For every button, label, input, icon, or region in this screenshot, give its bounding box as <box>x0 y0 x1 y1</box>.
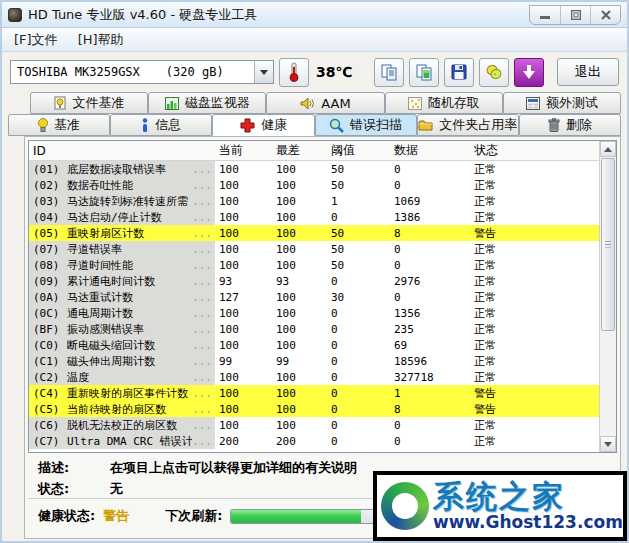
update-button[interactable] <box>514 58 544 87</box>
hd-tune-window: HD Tune 专业版 v4.60 - 硬盘专业工具 [F]文件 [H]帮助 T… <box>0 0 629 543</box>
menu-file[interactable]: [F]文件 <box>14 31 58 49</box>
table-row[interactable]: (C4)重新映射的扇区事件计数...10010001警告 <box>29 385 599 401</box>
donate-button[interactable] <box>479 58 509 87</box>
data-cell: 1 <box>390 385 470 401</box>
threshold-cell: 0 <box>327 337 390 353</box>
tab-random-access[interactable]: 随机存取 <box>385 92 503 114</box>
header-current[interactable]: 当前 <box>215 142 272 159</box>
table-body: (01)底层数据读取错误率...100100500正常(02)数据吞吐性能...… <box>29 161 599 449</box>
scroll-down-button[interactable] <box>600 436 616 452</box>
tab-folder-usage[interactable]: 文件夹占用率 <box>417 114 519 136</box>
next-refresh-label: 下次刷新: <box>165 507 222 525</box>
table-header: ID 当前 最差 阈值 数据 状态 <box>29 141 599 161</box>
temperature-button[interactable] <box>279 58 309 87</box>
worst-cell: 93 <box>272 273 327 289</box>
table-row[interactable]: (C5)当前待映射的扇区数...10010008警告 <box>29 401 599 417</box>
app-icon <box>8 8 22 22</box>
current-cell: 100 <box>215 241 272 257</box>
window-controls <box>529 5 621 25</box>
tab-label: 信息 <box>155 116 181 134</box>
header-data[interactable]: 数据 <box>390 142 470 159</box>
tab-info[interactable]: 信息 <box>110 114 212 136</box>
header-threshold[interactable]: 阈值 <box>327 142 390 159</box>
status-cell: 正常 <box>470 193 599 209</box>
table-row[interactable]: (08)寻道时间性能...100100500正常 <box>29 257 599 273</box>
worst-cell: 100 <box>272 369 327 385</box>
save-icon <box>450 63 468 81</box>
health-status-label: 健康状态: <box>38 507 95 525</box>
data-cell: 0 <box>390 257 470 273</box>
trash-icon <box>548 118 560 132</box>
maximize-button[interactable] <box>560 6 590 24</box>
data-cell: 0 <box>390 241 470 257</box>
tab-disk-monitor[interactable]: 磁盘监视器 <box>148 92 266 114</box>
scroll-up-button[interactable] <box>600 141 616 157</box>
tab-row-2: 基准 信息 健康 错误扫描 文件夹占用率 删除 <box>8 114 621 136</box>
tab-erase[interactable]: 删除 <box>519 114 621 136</box>
worst-cell: 100 <box>272 161 327 177</box>
file-benchmark-icon <box>54 96 67 110</box>
table-row[interactable]: (09)累计通电时间计数...939302976正常 <box>29 273 599 289</box>
data-cell: 1356 <box>390 305 470 321</box>
download-arrow-icon <box>522 64 536 80</box>
data-cell: 0 <box>390 433 470 449</box>
exit-button[interactable]: 退出 <box>557 58 619 86</box>
attribute-name-cell: (09)累计通电时间计数... <box>29 273 215 289</box>
minimize-button[interactable] <box>530 6 560 24</box>
tab-label: 额外测试 <box>546 94 598 112</box>
tab-error-scan[interactable]: 错误扫描 <box>315 114 417 136</box>
save-button[interactable] <box>444 58 474 87</box>
table-row[interactable]: (03)马达旋转到标准转速所需...10010011069正常 <box>29 193 599 209</box>
threshold-cell: 0 <box>327 321 390 337</box>
coins-icon <box>485 63 503 81</box>
drive-dropdown-button[interactable] <box>254 61 273 83</box>
scrollbar-thumb[interactable] <box>601 158 615 331</box>
scrollbar-track[interactable] <box>600 157 616 436</box>
header-id[interactable]: ID <box>29 144 215 158</box>
current-cell: 100 <box>215 305 272 321</box>
status-cell: 正常 <box>470 241 599 257</box>
current-cell: 100 <box>215 401 272 417</box>
drive-selector[interactable]: TOSHIBA MK3259GSX (320 gB) <box>10 60 274 84</box>
worst-cell: 100 <box>272 257 327 273</box>
tab-aam[interactable]: AAM <box>266 92 384 114</box>
table-row[interactable]: (07)寻道错误率...100100500正常 <box>29 241 599 257</box>
threshold-cell: 50 <box>327 257 390 273</box>
table-row[interactable]: (05)重映射扇区计数...100100508警告 <box>29 225 599 241</box>
table-row[interactable]: (C7)Ultra DMA CRC 错误计数...20020000正常 <box>29 433 599 449</box>
current-cell: 100 <box>215 209 272 225</box>
table-row[interactable]: (02)数据吞吐性能...100100500正常 <box>29 177 599 193</box>
current-cell: 100 <box>215 337 272 353</box>
close-button[interactable] <box>590 6 620 24</box>
drive-name: TOSHIBA MK3259GSX <box>17 65 140 79</box>
tab-row-1: 文件基准 磁盘监视器 AAM 随机存取 额外测试 <box>8 92 621 114</box>
lightbulb-icon <box>38 118 48 132</box>
attribute-name-cell: (C1)磁头伸出周期计数... <box>29 353 215 369</box>
tab-extra-tests[interactable]: 额外测试 <box>503 92 621 114</box>
attribute-name-cell: (C5)当前待映射的扇区数... <box>29 401 215 417</box>
worst-cell: 100 <box>272 209 327 225</box>
copy-text-button[interactable] <box>374 58 404 87</box>
menu-help[interactable]: [H]帮助 <box>78 31 124 49</box>
table-row[interactable]: (0A)马达重试计数...127100300正常 <box>29 289 599 305</box>
table-row[interactable]: (C0)断电磁头缩回计数...100100069正常 <box>29 337 599 353</box>
header-worst[interactable]: 最差 <box>272 142 327 159</box>
table-row[interactable]: (C1)磁头伸出周期计数...9999018596正常 <box>29 353 599 369</box>
tab-benchmark[interactable]: 基准 <box>8 114 110 136</box>
table-row[interactable]: (01)底层数据读取错误率...100100500正常 <box>29 161 599 177</box>
copy-image-button[interactable] <box>409 58 439 87</box>
header-status[interactable]: 状态 <box>470 142 599 159</box>
current-cell: 100 <box>215 369 272 385</box>
tab-label: 健康 <box>261 116 287 134</box>
table-row[interactable]: (C6)脱机无法校正的扇区数...10010000正常 <box>29 417 599 433</box>
tab-health[interactable]: 健康 <box>212 114 314 136</box>
threshold-cell: 50 <box>327 177 390 193</box>
chevron-down-icon <box>260 70 268 75</box>
attribute-name-cell: (03)马达旋转到标准转速所需... <box>29 193 215 209</box>
vertical-scrollbar[interactable] <box>599 141 616 452</box>
tab-file-benchmark[interactable]: 文件基准 <box>30 92 148 114</box>
table-row[interactable]: (C2)温度...1001000327718正常 <box>29 369 599 385</box>
table-row[interactable]: (04)马达启动/停止计数...10010001386正常 <box>29 209 599 225</box>
table-row[interactable]: (BF)振动感测错误率...1001000235正常 <box>29 321 599 337</box>
table-row[interactable]: (0C)通电周期计数...10010001356正常 <box>29 305 599 321</box>
